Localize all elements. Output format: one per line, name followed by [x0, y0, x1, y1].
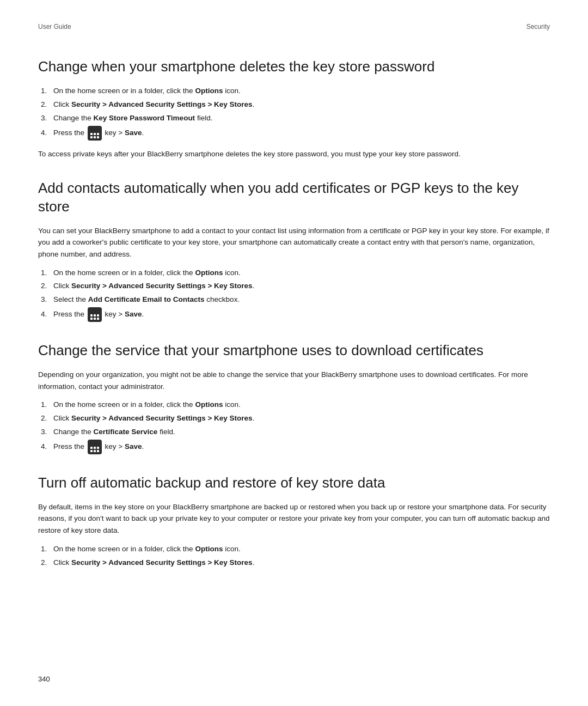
bold-text: Save [125, 310, 142, 318]
section-2-steps: On the home screen or in a folder, click… [49, 267, 550, 322]
bb-key-grid [90, 447, 99, 452]
list-item: Click Security > Advanced Security Setti… [49, 280, 550, 293]
bb-key-grid [90, 133, 99, 138]
section-3: Change the service that your smartphone … [38, 342, 550, 454]
section-4-title: Turn off automatic backup and restore of… [38, 474, 550, 492]
bold-text: Add Certificate Email to Contacts [88, 295, 205, 303]
section-1-title: Change when your smartphone deletes the … [38, 58, 550, 76]
bold-text: Security > Advanced Security Settings > … [71, 282, 253, 290]
bold-text: Options [195, 87, 223, 95]
section-3-steps: On the home screen or in a folder, click… [49, 399, 550, 454]
list-item: Click Security > Advanced Security Setti… [49, 412, 550, 425]
section-1-note: To access private keys after your BlackB… [38, 148, 550, 160]
section-4-intro: By default, items in the key store on yo… [38, 501, 550, 537]
bold-text: Options [195, 269, 223, 277]
page-footer: 340 [38, 674, 50, 685]
section-2-intro: You can set your BlackBerry smartphone t… [38, 225, 550, 260]
list-item: Press the key > Save. [49, 126, 550, 141]
bold-text: Save [125, 442, 142, 451]
section-1: Change when your smartphone deletes the … [38, 58, 550, 160]
bold-text: Security > Advanced Security Settings > … [71, 100, 253, 108]
section-2: Add contacts automatically when you add … [38, 179, 550, 322]
bold-text: Options [195, 545, 223, 553]
header-right: Security [526, 22, 550, 32]
section-3-intro: Depending on your organization, you migh… [38, 369, 550, 392]
bold-text: Security > Advanced Security Settings > … [71, 558, 253, 567]
bold-text: Save [125, 129, 142, 137]
list-item: On the home screen or in a folder, click… [49, 85, 550, 98]
list-item: Select the Add Certificate Email to Cont… [49, 294, 550, 306]
page-number: 340 [38, 675, 50, 683]
list-item: On the home screen or in a folder, click… [49, 543, 550, 556]
list-item: Press the key > Save. [49, 307, 550, 322]
menu-key-icon [88, 126, 102, 141]
list-item: On the home screen or in a folder, click… [49, 399, 550, 411]
bold-text: Security > Advanced Security Settings > … [71, 414, 253, 422]
bold-text: Options [195, 400, 223, 409]
menu-key-icon [88, 440, 102, 454]
header-left: User Guide [38, 22, 71, 32]
list-item: Click Security > Advanced Security Setti… [49, 557, 550, 569]
list-item: On the home screen or in a folder, click… [49, 267, 550, 279]
bb-key-grid [90, 314, 99, 320]
section-4: Turn off automatic backup and restore of… [38, 474, 550, 569]
page-header: User Guide Security [38, 22, 550, 32]
bold-text: Key Store Password Timeout [94, 114, 195, 122]
section-4-steps: On the home screen or in a folder, click… [49, 543, 550, 569]
list-item: Click Security > Advanced Security Setti… [49, 99, 550, 111]
section-3-title: Change the service that your smartphone … [38, 342, 550, 360]
list-item: Change the Certificate Service field. [49, 426, 550, 439]
list-item: Change the Key Store Password Timeout fi… [49, 112, 550, 125]
page: User Guide Security Change when your sma… [0, 0, 588, 706]
section-1-steps: On the home screen or in a folder, click… [49, 85, 550, 141]
list-item: Press the key > Save. [49, 440, 550, 454]
section-2-title: Add contacts automatically when you add … [38, 179, 550, 216]
bold-text: Certificate Service [94, 428, 158, 436]
menu-key-icon [88, 307, 102, 322]
